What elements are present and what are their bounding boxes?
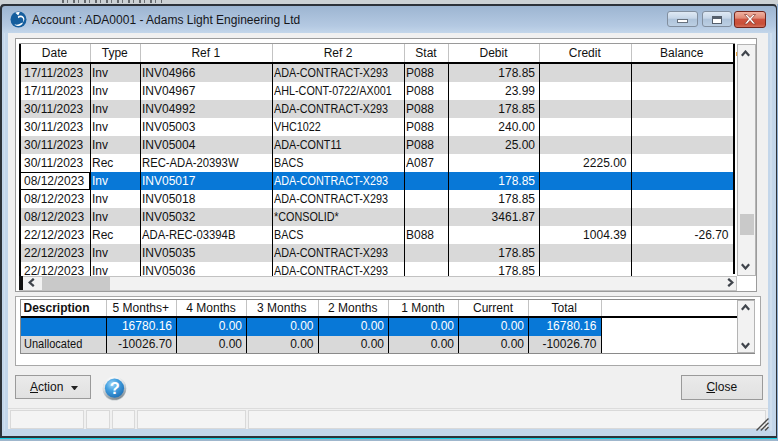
svg-text:?: ? xyxy=(109,379,119,397)
